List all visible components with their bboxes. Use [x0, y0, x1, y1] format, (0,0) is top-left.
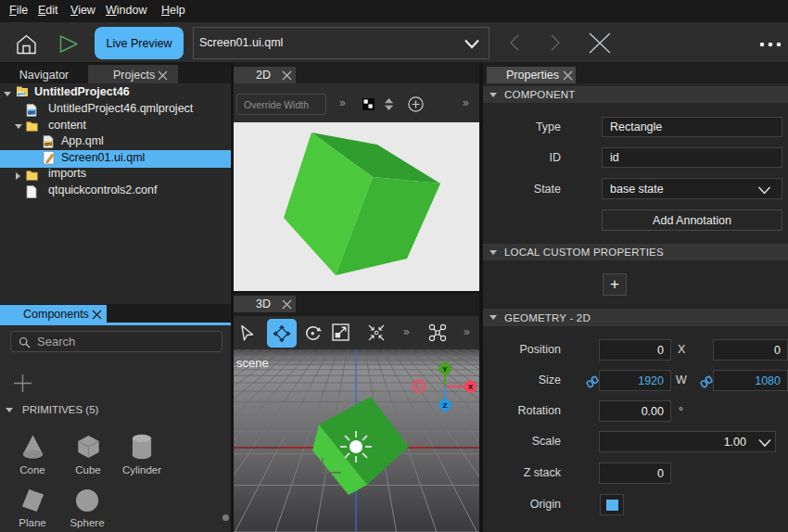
svg-text:qml: qml	[44, 142, 52, 146]
svg-text:X: X	[468, 383, 474, 391]
svg-text:qml: qml	[28, 110, 35, 115]
svg-text:Y: Y	[442, 365, 448, 374]
svg-text:scene: scene	[236, 356, 269, 370]
svg-text:Z: Z	[443, 401, 448, 410]
svg-text:qml: qml	[17, 92, 25, 96]
